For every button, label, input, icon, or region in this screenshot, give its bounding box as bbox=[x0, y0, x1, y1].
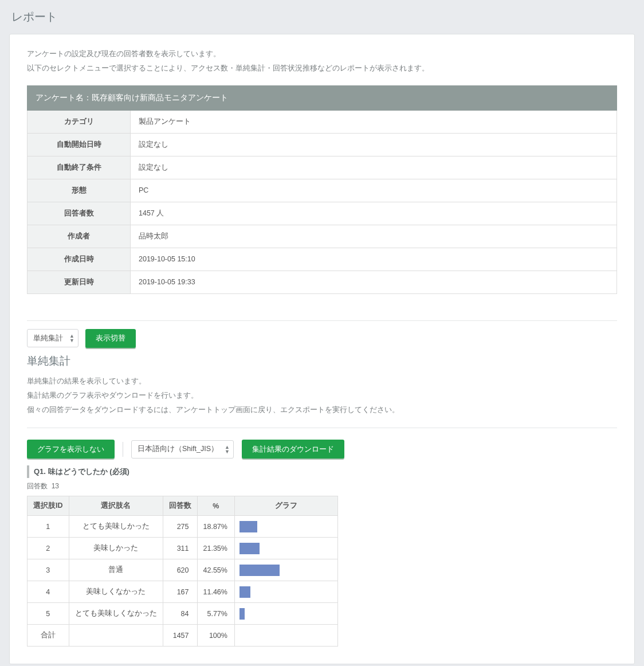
survey-row: 自動開始日時設定なし bbox=[28, 133, 617, 156]
results-table: 選択肢ID 選択肢名 回答数 % グラフ 1とても美味しかった27518.87%… bbox=[27, 496, 338, 647]
divider bbox=[27, 320, 617, 321]
survey-row: カテゴリ製品アンケート bbox=[28, 110, 617, 133]
select-updown-icon: ▲▼ bbox=[69, 334, 74, 343]
section-desc-2: 集計結果のグラフ表示やダウンロードを行います。 bbox=[27, 390, 617, 402]
report-type-select[interactable]: 単純集計 ▲▼ bbox=[27, 329, 78, 347]
intro-line-1: アンケートの設定及び現在の回答者数を表示しています。 bbox=[27, 48, 617, 60]
toggle-view-button[interactable]: 表示切替 bbox=[85, 329, 136, 348]
table-row: 4美味しくなかった16711.46% bbox=[28, 581, 338, 603]
cell-graph bbox=[234, 538, 337, 559]
bar bbox=[239, 608, 245, 620]
table-row: 2美味しかった31121.35% bbox=[28, 538, 338, 559]
answer-count-value: 13 bbox=[52, 482, 59, 490]
survey-row-label: 更新日時 bbox=[28, 271, 131, 293]
cell-id: 3 bbox=[28, 559, 69, 581]
bar bbox=[239, 521, 257, 532]
report-type-selected: 単純集計 bbox=[33, 334, 63, 343]
cell-count: 275 bbox=[163, 516, 197, 538]
survey-row-value: PC bbox=[131, 179, 617, 202]
bar bbox=[239, 586, 250, 598]
cell-name: 普通 bbox=[69, 559, 163, 581]
cell-total-label: 合計 bbox=[28, 625, 69, 647]
survey-name-header: アンケート名：既存顧客向け新商品モニタアンケート bbox=[28, 85, 617, 110]
encoding-selected: 日本語向け（Shift_JIS） bbox=[138, 444, 218, 454]
section-description: 単純集計の結果を表示しています。 集計結果のグラフ表示やダウンロードを行います。… bbox=[27, 375, 617, 417]
survey-row-value: 設定なし bbox=[131, 156, 617, 179]
report-panel: アンケートの設定及び現在の回答者数を表示しています。 以下のセレクトメニューで選… bbox=[9, 34, 635, 664]
survey-row: 作成日時2019-10-05 15:10 bbox=[28, 248, 617, 271]
survey-row-label: 回答者数 bbox=[28, 202, 131, 225]
survey-row-label: 作成日時 bbox=[28, 248, 131, 271]
cell-total-count: 1457 bbox=[163, 625, 197, 647]
cell-total-graph bbox=[234, 625, 337, 647]
table-row-total: 合計1457100% bbox=[28, 625, 338, 647]
intro-text: アンケートの設定及び現在の回答者数を表示しています。 以下のセレクトメニューで選… bbox=[27, 48, 617, 75]
cell-graph bbox=[234, 603, 337, 625]
select-updown-icon: ▲▼ bbox=[225, 445, 230, 454]
cell-pct: 21.35% bbox=[197, 538, 234, 559]
survey-row-label: 自動開始日時 bbox=[28, 133, 131, 156]
survey-row: 自動終了条件設定なし bbox=[28, 156, 617, 179]
cell-count: 167 bbox=[163, 581, 197, 603]
hide-graph-button[interactable]: グラフを表示しない bbox=[27, 440, 115, 459]
survey-row: 回答者数1457 人 bbox=[28, 202, 617, 225]
survey-row-label: 自動終了条件 bbox=[28, 156, 131, 179]
page-title: レポート bbox=[11, 9, 633, 25]
answer-count-label: 回答数 bbox=[27, 482, 48, 490]
section-desc-3: 個々の回答データをダウンロードするには、アンケートトップ画面に戻り、エクスポート… bbox=[27, 404, 617, 416]
cell-count: 84 bbox=[163, 603, 197, 625]
bar bbox=[239, 543, 260, 554]
section-title: 単純集計 bbox=[27, 354, 617, 369]
cell-graph bbox=[234, 559, 337, 581]
survey-row-value: 1457 人 bbox=[131, 202, 617, 225]
col-count: 回答数 bbox=[163, 496, 197, 516]
cell-name: 美味しかった bbox=[69, 538, 163, 559]
cell-graph bbox=[234, 581, 337, 603]
cell-count: 311 bbox=[163, 538, 197, 559]
table-row: 5とても美味しくなかった845.77% bbox=[28, 603, 338, 625]
bar bbox=[239, 565, 280, 576]
survey-row-value: 2019-10-05 15:10 bbox=[131, 248, 617, 271]
download-results-button[interactable]: 集計結果のダウンロード bbox=[242, 440, 344, 459]
col-graph: グラフ bbox=[234, 496, 337, 516]
survey-row-value: 2019-10-05 19:33 bbox=[131, 271, 617, 293]
survey-row-label: 形態 bbox=[28, 179, 131, 202]
table-row: 3普通62042.55% bbox=[28, 559, 338, 581]
intro-line-2: 以下のセレクトメニューで選択することにより、アクセス数・単純集計・回答状況推移な… bbox=[27, 62, 617, 75]
cell-name: 美味しくなかった bbox=[69, 581, 163, 603]
cell-id: 5 bbox=[28, 603, 69, 625]
cell-name: とても美味しくなかった bbox=[69, 603, 163, 625]
survey-info-table: アンケート名：既存顧客向け新商品モニタアンケート カテゴリ製品アンケート自動開始… bbox=[27, 85, 617, 294]
cell-total-pct: 100% bbox=[197, 625, 234, 647]
cell-count: 620 bbox=[163, 559, 197, 581]
survey-row-label: カテゴリ bbox=[28, 110, 131, 133]
vertical-divider bbox=[123, 442, 123, 457]
section-desc-1: 単純集計の結果を表示しています。 bbox=[27, 375, 617, 387]
survey-row-value: 品時太郎 bbox=[131, 225, 617, 248]
survey-row-label: 作成者 bbox=[28, 225, 131, 248]
cell-pct: 18.87% bbox=[197, 516, 234, 538]
cell-id: 2 bbox=[28, 538, 69, 559]
col-name: 選択肢名 bbox=[69, 496, 163, 516]
cell-total-name bbox=[69, 625, 163, 647]
cell-id: 1 bbox=[28, 516, 69, 538]
answer-count: 回答数 13 bbox=[27, 481, 617, 491]
cell-pct: 5.77% bbox=[197, 603, 234, 625]
encoding-select[interactable]: 日本語向け（Shift_JIS） ▲▼ bbox=[131, 440, 234, 459]
survey-row: 作成者品時太郎 bbox=[28, 225, 617, 248]
survey-row: 形態PC bbox=[28, 179, 617, 202]
cell-pct: 42.55% bbox=[197, 559, 234, 581]
cell-name: とても美味しかった bbox=[69, 516, 163, 538]
divider-2 bbox=[27, 428, 617, 428]
survey-row-value: 設定なし bbox=[131, 133, 617, 156]
col-id: 選択肢ID bbox=[28, 496, 69, 516]
cell-id: 4 bbox=[28, 581, 69, 603]
cell-pct: 11.46% bbox=[197, 581, 234, 603]
table-row: 1とても美味しかった27518.87% bbox=[28, 516, 338, 538]
cell-graph bbox=[234, 516, 337, 538]
survey-row-value: 製品アンケート bbox=[131, 110, 617, 133]
question-header: Q1. 味はどうでしたか (必須) bbox=[27, 465, 617, 478]
survey-row: 更新日時2019-10-05 19:33 bbox=[28, 271, 617, 293]
col-pct: % bbox=[197, 496, 234, 516]
